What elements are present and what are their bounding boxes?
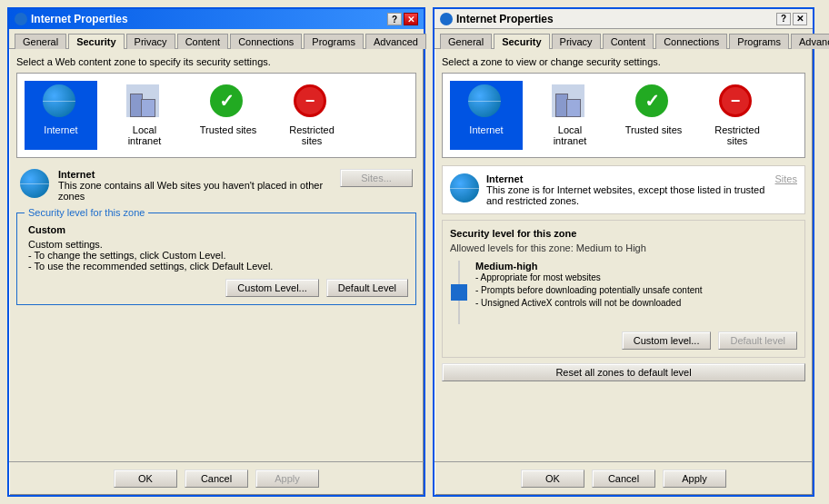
right-allowed-levels-label: Allowed levels for this zone: Medium to …: [450, 242, 797, 253]
left-tab-content[interactable]: Content: [177, 34, 229, 49]
left-sites-btn-area: Sites...: [340, 169, 413, 187]
right-zone-info-title: Internet: [486, 173, 523, 184]
left-restricted-icon-wrap: −: [294, 84, 330, 121]
left-cancel-button[interactable]: Cancel: [185, 469, 248, 488]
right-tab-programs[interactable]: Programs: [729, 34, 789, 49]
right-internet-label: Internet: [469, 124, 503, 135]
left-tab-content: Select a Web content zone to specify its…: [9, 49, 424, 461]
left-tab-programs[interactable]: Programs: [304, 34, 364, 49]
left-window-title: Internet Properties: [31, 13, 128, 25]
right-check-icon: ✓: [635, 84, 668, 117]
left-zone-box: Internet Local intranet ✓ Trusted sites …: [16, 73, 416, 158]
left-security-line-2: - To use the recommended settings, click…: [28, 261, 405, 272]
right-close-button[interactable]: ✕: [793, 13, 807, 25]
right-apply-button[interactable]: Apply: [663, 469, 726, 488]
left-help-button[interactable]: ?: [387, 13, 402, 25]
left-zone-info-description: This zone contains all Web sites you hav…: [58, 180, 323, 202]
right-default-level-button[interactable]: Default level: [718, 331, 797, 350]
left-intranet-label: Local intranet: [115, 124, 174, 146]
left-zone-description: Select a Web content zone to specify its…: [16, 56, 416, 67]
left-zone-info-title: Internet: [58, 169, 331, 180]
right-zone-info-title-area: Internet This zone is for Internet websi…: [450, 173, 775, 206]
left-title-bar-controls: ? ✕: [385, 13, 418, 25]
left-tab-privacy[interactable]: Privacy: [126, 34, 175, 49]
left-internet-properties-window: Internet Properties ? ✕ General Security…: [7, 7, 425, 497]
left-intranet-icon-wrap: [126, 84, 163, 121]
left-tab-connections[interactable]: Connections: [230, 34, 302, 49]
left-trusted-icon-wrap: ✓: [210, 84, 246, 121]
left-buildings-icon: [126, 84, 159, 117]
right-ok-button[interactable]: OK: [521, 469, 584, 488]
left-tab-advanced[interactable]: Advanced: [365, 34, 426, 49]
right-tab-general[interactable]: General: [440, 34, 492, 49]
right-slider-area: Medium-high - Appropriate for most websi…: [450, 261, 797, 324]
left-zone-info-text: Internet This zone contains all Web site…: [58, 169, 331, 202]
left-restricted-icon: −: [294, 84, 326, 117]
left-zone-restricted[interactable]: − Restricted sites: [275, 81, 348, 150]
right-zone-trusted[interactable]: ✓ Trusted sites: [617, 81, 690, 150]
right-bottom-buttons: OK Cancel Apply: [434, 461, 813, 495]
right-zone-info-icon: [450, 173, 479, 203]
right-security-level-label: Security level for this zone: [450, 228, 797, 239]
right-zone-info-box: Internet This zone is for Internet websi…: [442, 165, 805, 214]
left-globe-icon: [43, 84, 75, 117]
right-security-line-0: - Appropriate for most websites: [475, 272, 797, 284]
left-security-content: Custom Custom settings. - To change the …: [25, 221, 408, 275]
left-close-button[interactable]: ✕: [404, 13, 418, 25]
left-security-level-label: Security level for this zone: [25, 207, 148, 218]
left-zone-trusted[interactable]: ✓ Trusted sites: [192, 81, 265, 150]
right-zone-box: Internet Local intranet ✓ Trusted sites …: [442, 73, 805, 158]
right-tab-privacy[interactable]: Privacy: [552, 34, 601, 49]
right-zone-internet[interactable]: Internet: [450, 81, 523, 150]
right-buildings-icon: [552, 84, 584, 117]
right-tab-security[interactable]: Security: [494, 34, 549, 49]
right-zone-restricted[interactable]: − Restricted sites: [701, 81, 774, 150]
right-intranet-icon-wrap: [552, 84, 588, 121]
right-tab-content[interactable]: Content: [603, 34, 654, 49]
right-zone-description: Select a zone to view or change security…: [442, 56, 805, 67]
right-window-title: Internet Properties: [456, 13, 554, 25]
left-default-level-button[interactable]: Default Level: [326, 279, 408, 297]
left-restricted-label: Restricted sites: [283, 124, 341, 146]
right-slider-track: [458, 261, 460, 324]
right-restricted-icon: −: [719, 84, 752, 117]
left-app-icon: [15, 13, 27, 25]
left-security-line-0: Custom settings.: [28, 239, 405, 250]
right-title-bar-controls: ? ✕: [774, 13, 807, 25]
left-tab-bar: General Security Privacy Content Connect…: [9, 29, 424, 49]
left-internet-label: Internet: [44, 124, 77, 135]
left-security-level-box: Security level for this zone Custom Cust…: [16, 212, 416, 305]
left-ok-button[interactable]: OK: [114, 469, 177, 488]
right-tab-connections[interactable]: Connections: [655, 34, 727, 49]
left-zone-local-intranet[interactable]: Local intranet: [108, 81, 181, 150]
left-title-bar: Internet Properties ? ✕: [9, 9, 424, 29]
left-title-bar-left: Internet Properties: [15, 13, 128, 25]
right-reset-button[interactable]: Reset all zones to default level: [442, 363, 805, 381]
right-title-bar-left: Internet Properties: [440, 13, 554, 25]
left-bottom-buttons: OK Cancel Apply: [9, 461, 424, 495]
right-level-buttons: Custom level... Default level: [450, 331, 797, 350]
right-title-bar: Internet Properties ? ✕: [434, 9, 813, 29]
left-tab-general[interactable]: General: [15, 34, 66, 49]
right-trusted-label: Trusted sites: [625, 124, 683, 135]
right-tab-content: Select a zone to view or change security…: [434, 49, 813, 461]
right-security-line-2: - Unsigned ActiveX controls will not be …: [475, 297, 797, 310]
left-custom-level-button[interactable]: Custom Level...: [225, 279, 318, 297]
right-sites-link: Sites: [775, 173, 797, 184]
right-globe-icon: [468, 84, 501, 117]
left-internet-icon-wrap: [43, 84, 79, 121]
left-tab-security[interactable]: Security: [68, 34, 124, 49]
left-security-title: Custom: [28, 224, 405, 235]
left-sites-button[interactable]: Sites...: [340, 169, 413, 187]
left-security-line-1: - To change the settings, click Custom L…: [28, 250, 405, 261]
left-check-icon: ✓: [210, 84, 243, 117]
right-slider-thumb[interactable]: [451, 284, 467, 301]
right-custom-level-button[interactable]: Custom level...: [622, 331, 712, 350]
left-zone-internet[interactable]: Internet: [25, 81, 97, 150]
right-tab-advanced[interactable]: Advanced: [791, 34, 829, 49]
right-cancel-button[interactable]: Cancel: [592, 469, 655, 488]
right-intranet-label: Local intranet: [541, 124, 599, 146]
right-help-button[interactable]: ?: [776, 13, 791, 25]
right-zone-local-intranet[interactable]: Local intranet: [534, 81, 606, 150]
left-apply-button[interactable]: Apply: [255, 469, 319, 488]
